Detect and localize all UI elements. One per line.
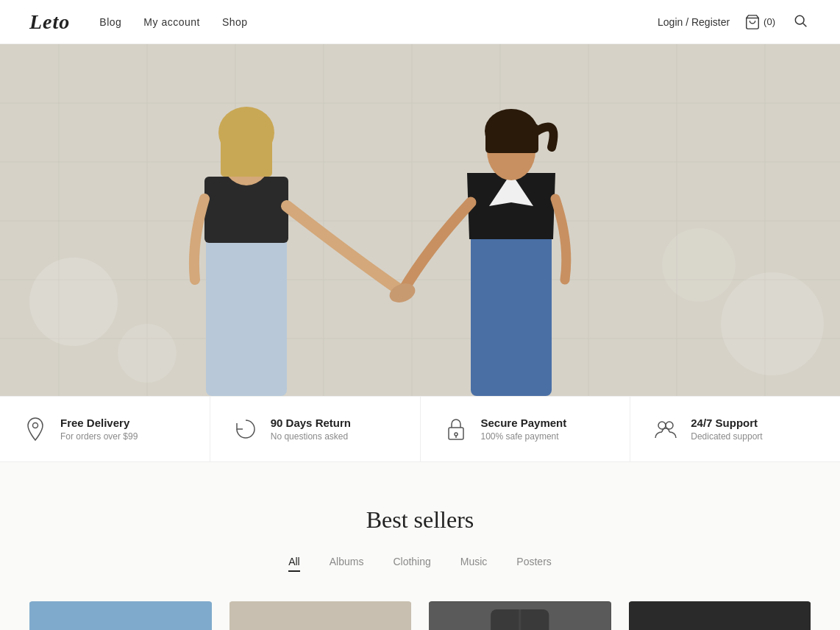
nav-blog[interactable]: Blog	[99, 16, 121, 28]
feature-247-support-title: 24/7 Support	[691, 417, 762, 429]
svg-rect-22	[221, 132, 272, 177]
svg-line-2	[803, 24, 807, 27]
nav-my-account[interactable]: My account	[143, 16, 200, 28]
feature-90-days-return-text: 90 Days Return No questions asked	[271, 417, 351, 442]
svg-point-31	[118, 324, 177, 383]
refresh-icon	[232, 416, 259, 442]
feature-secure-payment-text: Secure Payment 100% safe payment	[481, 417, 567, 442]
group-icon	[652, 416, 679, 442]
feature-secure-payment-subtitle: 100% safe payment	[481, 431, 567, 442]
svg-rect-18	[206, 236, 287, 396]
main-nav: Blog My account Shop	[99, 16, 247, 28]
search-icon	[793, 13, 808, 28]
filter-tab-clothing[interactable]: Clothing	[393, 556, 430, 572]
filter-tab-posters[interactable]: Posters	[516, 556, 551, 572]
svg-rect-19	[204, 177, 288, 243]
features-bar: Free Delivery For orders over $99 90 Day…	[0, 396, 840, 462]
feature-free-delivery-title: Free Delivery	[60, 417, 138, 429]
svg-rect-23	[471, 232, 552, 396]
filter-tabs: All Albums Clothing Music Posters	[29, 556, 811, 572]
feature-90-days-return-title: 90 Days Return	[271, 417, 351, 429]
svg-point-33	[33, 423, 38, 428]
svg-rect-39	[29, 602, 212, 630]
svg-point-29	[29, 258, 118, 346]
feature-free-delivery-subtitle: For orders over $99	[60, 431, 138, 442]
site-header: Leto Blog My account Shop Login / Regist…	[0, 0, 840, 44]
feature-247-support: 24/7 Support Dedicated support	[630, 397, 840, 461]
svg-point-30	[721, 272, 824, 375]
feature-free-delivery: Free Delivery For orders over $99	[0, 397, 210, 461]
svg-rect-49	[629, 602, 811, 630]
feature-90-days-return: 90 Days Return No questions asked	[210, 397, 421, 461]
feature-90-days-return-subtitle: No questions asked	[271, 431, 351, 442]
product-card-4[interactable]	[629, 601, 811, 630]
product-card-1[interactable]	[29, 601, 212, 630]
login-register-link[interactable]: Login / Register	[658, 16, 730, 28]
products-grid	[29, 601, 811, 630]
nav-shop[interactable]: Shop	[222, 16, 248, 28]
svg-point-35	[455, 433, 458, 436]
lock-icon	[443, 416, 469, 442]
cart-button[interactable]: (0)	[744, 14, 775, 30]
svg-point-1	[795, 15, 804, 24]
product-card-3[interactable]	[429, 601, 611, 630]
best-sellers-section: Best sellers All Albums Clothing Music P…	[0, 462, 840, 630]
header-left: Leto Blog My account Shop	[29, 10, 248, 34]
best-sellers-title: Best sellers	[29, 506, 811, 534]
cart-count: (0)	[764, 16, 775, 27]
svg-rect-27	[485, 124, 538, 153]
svg-point-32	[662, 228, 736, 302]
feature-free-delivery-text: Free Delivery For orders over $99	[60, 417, 138, 442]
search-button[interactable]	[790, 10, 811, 33]
location-icon	[22, 416, 49, 442]
product-image-1	[29, 601, 212, 630]
feature-secure-payment-title: Secure Payment	[481, 417, 567, 429]
header-right: Login / Register (0)	[658, 10, 811, 33]
filter-tab-albums[interactable]: Albums	[330, 556, 364, 572]
hero-section	[0, 44, 840, 396]
product-card-2[interactable]	[229, 601, 412, 630]
product-image-4	[629, 601, 811, 630]
filter-tab-all[interactable]: All	[288, 556, 300, 572]
feature-247-support-subtitle: Dedicated support	[691, 431, 762, 442]
cart-icon	[744, 14, 761, 30]
feature-247-support-text: 24/7 Support Dedicated support	[691, 417, 762, 442]
feature-secure-payment: Secure Payment 100% safe payment	[421, 397, 631, 461]
svg-rect-43	[229, 602, 412, 630]
hero-illustration	[0, 44, 840, 396]
filter-tab-music[interactable]: Music	[460, 556, 488, 572]
site-logo[interactable]: Leto	[29, 10, 70, 34]
product-image-2	[229, 601, 412, 630]
product-image-3	[429, 601, 611, 630]
